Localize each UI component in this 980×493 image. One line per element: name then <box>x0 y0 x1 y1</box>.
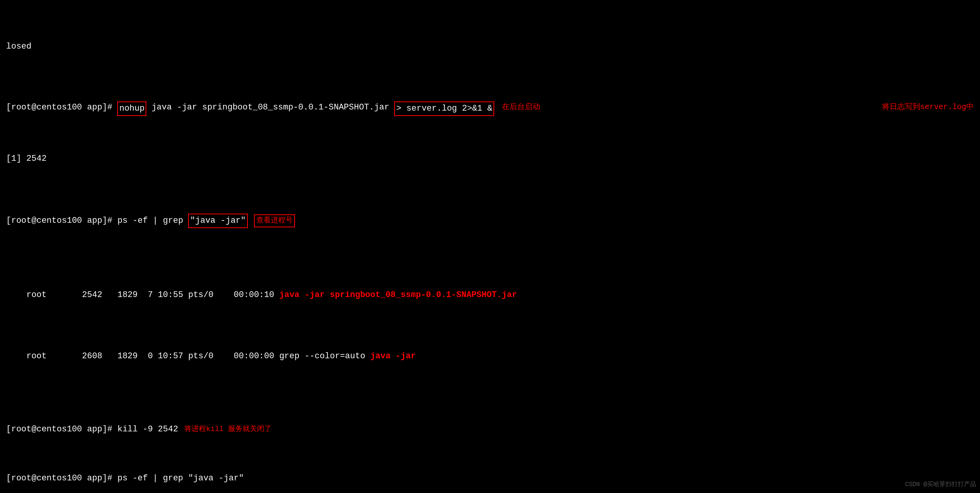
line-text: losed <box>6 42 31 51</box>
terminal-window: losed [root@centos100 app]# nohup java -… <box>6 4 974 493</box>
nohup-highlight: nohup <box>117 101 146 116</box>
annotation-log: 将日志写到server.log中 <box>805 101 974 113</box>
line-ps2: [root@centos100 app]# ps -ef | grep "jav… <box>6 472 974 485</box>
line-proc2: root 2608 1829 0 10:57 pts/0 00:00:00 gr… <box>6 338 974 375</box>
proc1-prefix: root 2542 1829 7 10:55 pts/0 00:00:10 <box>26 290 279 300</box>
proc2-bold: java -jar <box>370 351 416 361</box>
annotation-process: 查看进程号 <box>254 214 295 227</box>
ps-cmd-plain: ps -ef | grep <box>117 215 188 227</box>
java-jar-highlight: "java -jar" <box>188 214 247 228</box>
line-ps: [root@centos100 app]# ps -ef | grep "jav… <box>6 214 974 228</box>
line-kill: [root@centos100 app]# kill -9 2542 将进程ki… <box>6 423 974 436</box>
prompt: [root@centos100 app]# <box>6 101 117 114</box>
proc1-bold: java -jar springboot_08_ssmp-0.0.1-SNAPS… <box>279 290 517 300</box>
prompt2: [root@centos100 app]# <box>6 215 117 227</box>
annotation-kill: 将进程kill 服务就关闭了 <box>184 424 272 435</box>
proc2-prefix: root 2608 1829 0 10:57 pts/0 00:00:00 gr… <box>26 351 370 361</box>
line-proc1: root 2542 1829 7 10:55 pts/0 00:00:10 ja… <box>6 277 974 314</box>
kill-prompt: [root@centos100 app]# kill -9 2542 <box>6 423 178 436</box>
line-nohup: [root@centos100 app]# nohup java -jar sp… <box>6 101 974 116</box>
line-pid: [1] 2542 <box>6 153 974 165</box>
redirect-highlight: > server.log 2>&1 & <box>394 101 494 116</box>
line-closed: losed <box>6 41 974 53</box>
watermark: CSDN @买哈芽扫打打产品 <box>905 480 976 489</box>
annotation-background: 在后台启动 <box>502 101 540 113</box>
cmd-middle: java -jar springboot_08_ssmp-0.0.1-SNAPS… <box>146 101 394 114</box>
